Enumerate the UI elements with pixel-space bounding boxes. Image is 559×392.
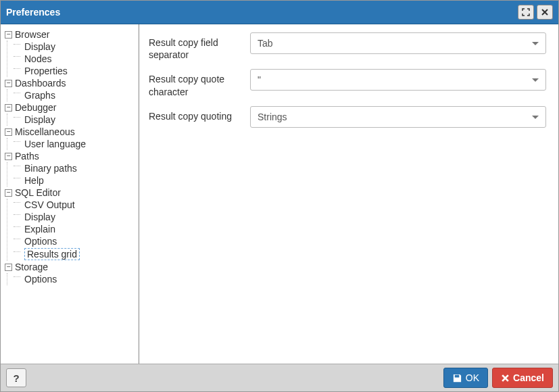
field-separator-row: Result copy field separator Tab bbox=[149, 32, 546, 61]
collapse-icon[interactable]: − bbox=[5, 264, 12, 271]
tree-node-browser-properties[interactable]: Properties bbox=[13, 65, 136, 77]
tree-label: Graphs bbox=[24, 90, 55, 101]
tree-node-userlang[interactable]: User language bbox=[13, 138, 136, 150]
quote-char-select[interactable]: " bbox=[250, 69, 546, 91]
quote-char-label: Result copy quote character bbox=[149, 69, 250, 97]
tree-label: Explain bbox=[24, 224, 55, 235]
tree-node-help[interactable]: Help bbox=[13, 174, 136, 187]
tree-node-sqleditor[interactable]: −SQL Editor bbox=[3, 187, 136, 199]
tree-node-debugger-display[interactable]: Display bbox=[13, 114, 136, 126]
footer-buttons: OK Cancel bbox=[443, 368, 553, 388]
preferences-dialog: Preferences −Browser Display Nodes Prope… bbox=[0, 0, 559, 392]
select-value: " bbox=[258, 74, 261, 85]
tree-label: Options bbox=[24, 236, 57, 247]
tree-node-storage-options[interactable]: Options bbox=[13, 273, 136, 285]
collapse-icon[interactable]: − bbox=[5, 31, 12, 39]
tree-node-graphs[interactable]: Graphs bbox=[13, 89, 136, 101]
close-icon bbox=[541, 8, 549, 16]
cancel-button[interactable]: Cancel bbox=[492, 368, 553, 388]
help-icon: ? bbox=[13, 372, 19, 384]
dialog-body: −Browser Display Nodes Properties −Dashb… bbox=[1, 24, 558, 364]
collapse-icon[interactable]: − bbox=[5, 128, 12, 136]
content-panel: Result copy field separator Tab Result c… bbox=[139, 24, 558, 364]
collapse-icon[interactable]: − bbox=[5, 104, 12, 112]
tree-node-csv-output[interactable]: CSV Output bbox=[13, 199, 136, 211]
tree-node-dashboards[interactable]: −Dashboards bbox=[3, 77, 136, 89]
tree-node-binary-paths[interactable]: Binary paths bbox=[13, 162, 136, 174]
tree-label: Paths bbox=[15, 151, 39, 162]
tree-node-sqleditor-display[interactable]: Display bbox=[13, 211, 136, 223]
collapse-icon[interactable]: − bbox=[5, 189, 12, 197]
tree-node-explain[interactable]: Explain bbox=[13, 223, 136, 235]
tree-label: User language bbox=[24, 139, 86, 149]
dialog-footer: ? OK Cancel bbox=[1, 364, 558, 391]
tree-label: Display bbox=[24, 212, 55, 222]
field-separator-select[interactable]: Tab bbox=[250, 32, 546, 54]
tree-label: Miscellaneous bbox=[15, 126, 75, 137]
tree-label-selected: Results grid bbox=[24, 248, 80, 260]
tree-label: Binary paths bbox=[24, 163, 77, 174]
tree-label: Nodes bbox=[24, 53, 51, 64]
select-value: Tab bbox=[258, 38, 273, 49]
tree-node-sqleditor-options[interactable]: Options bbox=[13, 235, 136, 247]
svg-rect-0 bbox=[457, 374, 458, 376]
tree-label: Debugger bbox=[15, 102, 57, 113]
help-button[interactable]: ? bbox=[6, 368, 26, 387]
tree-label: SQL Editor bbox=[15, 187, 61, 198]
button-label: OK bbox=[466, 372, 479, 383]
tree-label: Storage bbox=[15, 262, 48, 272]
button-label: Cancel bbox=[513, 372, 544, 383]
collapse-icon[interactable]: − bbox=[5, 80, 12, 87]
quoting-select[interactable]: Strings bbox=[250, 106, 546, 128]
collapse-icon[interactable]: − bbox=[5, 153, 12, 160]
cancel-icon bbox=[501, 374, 510, 383]
tree-node-paths[interactable]: −Paths bbox=[3, 150, 136, 162]
save-icon bbox=[452, 373, 462, 383]
ok-button[interactable]: OK bbox=[443, 368, 488, 388]
tree-label: Browser bbox=[15, 29, 49, 40]
tree-node-storage[interactable]: −Storage bbox=[3, 261, 136, 273]
titlebar: Preferences bbox=[1, 1, 558, 24]
nav-tree: −Browser Display Nodes Properties −Dashb… bbox=[3, 28, 136, 285]
titlebar-buttons bbox=[518, 5, 553, 20]
tree-label: Properties bbox=[24, 66, 68, 76]
tree-node-debugger[interactable]: −Debugger bbox=[3, 101, 136, 114]
dialog-title: Preferences bbox=[6, 7, 60, 18]
close-button[interactable] bbox=[537, 5, 553, 20]
tree-node-misc[interactable]: −Miscellaneous bbox=[3, 126, 136, 138]
sidebar: −Browser Display Nodes Properties −Dashb… bbox=[1, 24, 139, 364]
tree-node-browser-display[interactable]: Display bbox=[13, 41, 136, 53]
tree-node-browser-nodes[interactable]: Nodes bbox=[13, 53, 136, 65]
quote-char-row: Result copy quote character " bbox=[149, 69, 546, 97]
tree-label: Help bbox=[24, 175, 44, 186]
field-separator-label: Result copy field separator bbox=[149, 32, 250, 61]
maximize-button[interactable] bbox=[518, 5, 534, 20]
quoting-label: Result copy quoting bbox=[149, 106, 250, 122]
select-value: Strings bbox=[258, 112, 287, 122]
tree-label: Display bbox=[24, 114, 55, 125]
quoting-row: Result copy quoting Strings bbox=[149, 106, 546, 128]
expand-icon bbox=[522, 8, 530, 16]
tree-label: Dashboards bbox=[15, 78, 66, 89]
tree-label: CSV Output bbox=[24, 199, 75, 210]
tree-label: Display bbox=[24, 41, 55, 52]
tree-node-browser[interactable]: −Browser bbox=[3, 28, 136, 41]
tree-label: Options bbox=[24, 274, 57, 285]
tree-node-results-grid[interactable]: Results grid bbox=[13, 247, 136, 261]
